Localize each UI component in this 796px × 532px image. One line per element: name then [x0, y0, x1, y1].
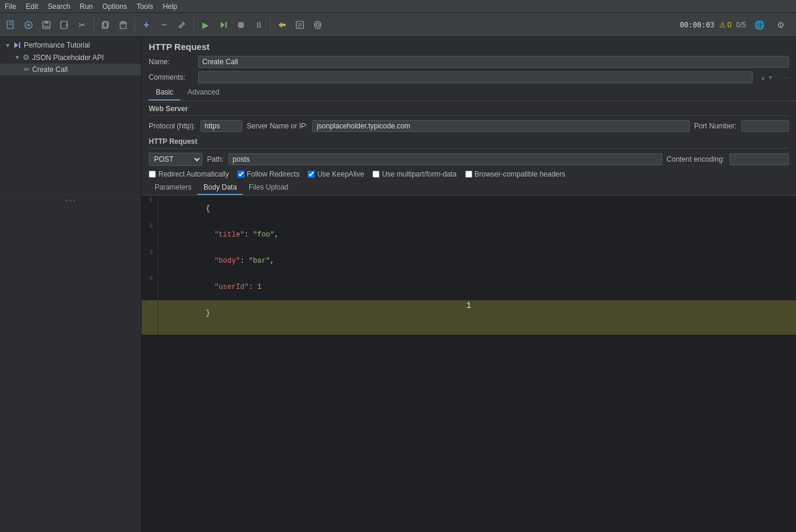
- toolbar-pause-btn[interactable]: ⏸: [250, 17, 267, 33]
- menu-bar: File Edit Search Run Options Tools Help: [0, 0, 796, 13]
- expand-dots[interactable]: ···: [783, 73, 789, 81]
- use-keepalive-checkbox[interactable]: Use KeepAlive: [308, 170, 364, 178]
- main-tabs-row: Basic Advanced: [142, 85, 796, 101]
- server-name-input[interactable]: [312, 120, 689, 132]
- svg-marker-26: [14, 42, 18, 48]
- menu-file[interactable]: File: [0, 1, 21, 12]
- follow-redirects-input[interactable]: [237, 171, 245, 178]
- pencil-icon: ✏: [24, 65, 30, 74]
- toolbar-save-btn[interactable]: [38, 17, 55, 33]
- toolbar-play-btn[interactable]: ▶: [197, 17, 214, 33]
- http-request-row: POST GET PUT DELETE PATCH Path: Content …: [142, 151, 796, 168]
- toolbar-cut-btn[interactable]: ✂: [74, 17, 90, 33]
- toolbar-globe-btn[interactable]: 🌐: [751, 17, 767, 33]
- toolbar-step-btn[interactable]: [215, 17, 231, 33]
- menu-help[interactable]: Help: [158, 1, 182, 12]
- http-request-divider: [149, 148, 789, 149]
- toolbar-config-btn[interactable]: ⚙: [772, 17, 789, 33]
- menu-search[interactable]: Search: [43, 1, 75, 12]
- warning-count: 0: [728, 21, 732, 29]
- progress-display: 0/5: [736, 21, 746, 29]
- tab-body-data[interactable]: Body Data: [198, 181, 243, 195]
- use-keepalive-input[interactable]: [308, 171, 315, 178]
- toolbar: ✂ + − ▶ ⏺ ⏸ 00:00:03 ⚠ 0 0/5 🌐 ⚙: [0, 13, 796, 37]
- code-line-2: 2 "title": "foo",: [142, 222, 796, 248]
- code-line-3: 3 "body": "bar",: [142, 248, 796, 274]
- tab-files-upload[interactable]: Files Upload: [243, 181, 294, 195]
- resize-dots-icon: • • •: [65, 197, 75, 204]
- follow-redirects-label: Follow Redirects: [247, 170, 300, 178]
- sidebar-resize-handle[interactable]: • • •: [0, 194, 141, 206]
- name-label: Name:: [149, 58, 193, 66]
- content-encoding-label: Content encoding:: [667, 155, 725, 163]
- use-keepalive-label: Use KeepAlive: [317, 170, 364, 178]
- svg-marker-20: [278, 22, 286, 28]
- menu-edit[interactable]: Edit: [21, 1, 43, 12]
- path-label: Path:: [207, 155, 224, 163]
- timer-display: 00:00:03: [680, 21, 714, 29]
- svg-rect-8: [44, 26, 49, 28]
- toolbar-add-btn[interactable]: +: [138, 17, 155, 33]
- toolbar-copy-btn[interactable]: [97, 17, 114, 33]
- web-server-row: Protocol (http): Server Name or IP: Port…: [142, 118, 796, 134]
- follow-redirects-checkbox[interactable]: Follow Redirects: [237, 170, 300, 178]
- toolbar-sep-1: [93, 18, 94, 32]
- path-input[interactable]: [228, 153, 662, 165]
- content-encoding-input[interactable]: [729, 153, 789, 165]
- sidebar-label-performance-tutorial: Performance Tutorial: [24, 41, 90, 49]
- tab-advanced[interactable]: Advanced: [180, 85, 226, 100]
- gear-icon: ⚙: [23, 53, 30, 62]
- use-multipart-checkbox[interactable]: Use multipart/form-data: [372, 170, 456, 178]
- toolbar-export-btn[interactable]: [274, 17, 290, 33]
- toolbar-report-btn[interactable]: [292, 17, 308, 33]
- web-server-section-header: Web Server: [142, 101, 796, 114]
- svg-marker-18: [221, 22, 225, 28]
- sidebar-item-create-call[interactable]: ✏ Create Call: [0, 64, 141, 75]
- performance-icon: [13, 41, 21, 49]
- toolbar-edit-btn[interactable]: [174, 17, 190, 33]
- toolbar-open-btn[interactable]: [20, 17, 37, 33]
- menu-options[interactable]: Options: [98, 1, 131, 12]
- protocol-input[interactable]: [200, 120, 242, 132]
- port-input[interactable]: [741, 120, 789, 132]
- comments-label: Comments:: [149, 73, 193, 81]
- checkboxes-row: Redirect Automatically Follow Redirects …: [142, 168, 796, 181]
- redirect-automatically-checkbox[interactable]: Redirect Automatically: [149, 170, 229, 178]
- sidebar-item-json-api[interactable]: ▼ ⚙ JSON Placeholder API: [0, 51, 141, 64]
- name-input[interactable]: [198, 56, 789, 68]
- toolbar-remove-btn[interactable]: −: [156, 17, 173, 33]
- line-content-3: "body": "bar",: [158, 248, 796, 274]
- editor-area: HTTP Request Name: Comments: ▲ ▼ ··· Bas…: [142, 37, 796, 532]
- name-row: Name:: [142, 54, 796, 70]
- tab-basic[interactable]: Basic: [149, 85, 180, 100]
- toolbar-paste-btn[interactable]: [115, 17, 131, 33]
- comments-input[interactable]: [198, 71, 753, 83]
- use-multipart-input[interactable]: [372, 171, 380, 178]
- browser-compatible-checkbox[interactable]: Browser-compatible headers: [465, 170, 566, 178]
- redirect-automatically-input[interactable]: [149, 171, 156, 178]
- sidebar-label-create-call: Create Call: [32, 65, 68, 74]
- method-select[interactable]: POST GET PUT DELETE PATCH: [149, 153, 202, 166]
- comments-row: Comments: ▲ ▼ ···: [142, 70, 796, 85]
- expand-arrow-icon-2: ▼: [14, 54, 20, 61]
- line-number-4: 4: [142, 274, 158, 300]
- toolbar-save-as-btn[interactable]: [56, 17, 73, 33]
- toolbar-new-btn[interactable]: [2, 17, 19, 33]
- protocol-label: Protocol (http):: [149, 122, 196, 130]
- toolbar-settings-btn[interactable]: [309, 17, 326, 33]
- line-number-1: 1: [142, 196, 158, 222]
- inner-tabs-row: Parameters Body Data Files Upload: [142, 181, 796, 196]
- line-content-4: "userId": 1: [158, 274, 796, 300]
- code-line-1: 1 {: [142, 196, 796, 222]
- browser-compatible-input[interactable]: [465, 171, 472, 178]
- line-content-2: "title": "foo",: [158, 222, 796, 248]
- sidebar-item-performance-tutorial[interactable]: ▼ Performance Tutorial: [0, 39, 141, 51]
- line-number-2: 2: [142, 222, 158, 248]
- menu-tools[interactable]: Tools: [131, 1, 158, 12]
- expand-arrows[interactable]: ▲ ▼: [760, 74, 773, 81]
- menu-run[interactable]: Run: [75, 1, 98, 12]
- toolbar-record-btn[interactable]: ⏺: [233, 17, 249, 33]
- tab-parameters[interactable]: Parameters: [149, 181, 198, 195]
- line-indicator: 1: [466, 300, 471, 310]
- code-editor[interactable]: 1 { 2 "title": "foo", 3 "body": "bar",: [142, 196, 796, 532]
